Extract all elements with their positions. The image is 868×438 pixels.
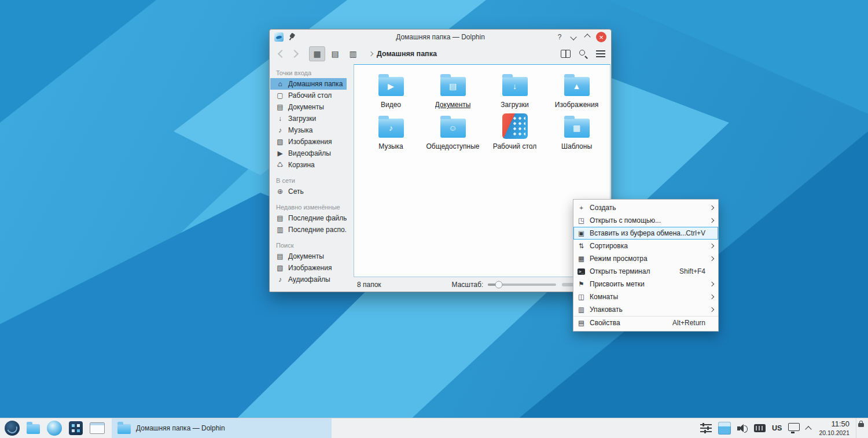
- sidebar-item-videos[interactable]: ▶Видеофайлы: [270, 148, 347, 159]
- folder-images[interactable]: ▲Изображения: [546, 71, 608, 109]
- folder-label: Музыка: [378, 142, 403, 150]
- sidebar-item-images[interactable]: ▧Изображения: [270, 136, 347, 148]
- video-folder-icon: ▶: [378, 71, 404, 98]
- images-emblem-icon: ▲: [564, 77, 590, 96]
- taskbar-task-dolphin[interactable]: Домашняя папка — Dolphin: [112, 418, 332, 438]
- volume-icon[interactable]: [737, 424, 748, 433]
- folder-documents[interactable]: ▤Документы: [422, 71, 484, 109]
- sidebar-item-home[interactable]: ⌂Домашняя папка: [270, 78, 347, 90]
- folder-music[interactable]: ♪Музыка: [360, 112, 422, 150]
- documents-icon: ▤: [276, 103, 284, 111]
- app-launcher-icon[interactable]: [5, 421, 20, 436]
- updates-icon[interactable]: [718, 422, 731, 435]
- documents-folder-icon: ▤: [440, 71, 466, 98]
- file-manager-icon[interactable]: [27, 424, 40, 434]
- back-button[interactable]: [275, 47, 288, 61]
- view-mode-icon: ▦: [577, 255, 586, 263]
- compact-view-button[interactable]: ▤: [327, 46, 343, 61]
- menu-item-view-mode[interactable]: ▦Режим просмотра: [573, 252, 718, 265]
- folder-icon: ↓: [502, 77, 528, 96]
- breadcrumb[interactable]: Домашняя папка: [369, 50, 437, 58]
- audio-mixer-icon[interactable]: [700, 422, 712, 435]
- sidebar-item-desktop[interactable]: ▢Рабочий стол: [270, 90, 347, 101]
- maximize-button[interactable]: [582, 32, 593, 42]
- menu-item-terminal[interactable]: >_Открыть терминалShift+F4: [573, 265, 718, 278]
- menu-item-label: Упаковать: [590, 306, 707, 314]
- sidebar-item-downloads[interactable]: ↓Загрузки: [270, 113, 347, 124]
- speaker-wave: [744, 425, 748, 433]
- templates-folder-icon: ▦: [564, 112, 590, 140]
- statusbar: 8 папок Масштаб: своб: [354, 278, 610, 291]
- details-view-button[interactable]: ▥: [345, 46, 361, 61]
- sidebar-item-search-documents[interactable]: ▤Документы: [270, 251, 347, 262]
- pin-icon[interactable]: [286, 32, 297, 43]
- app-grid-icon[interactable]: [69, 421, 83, 435]
- sidebar-item-recent-files[interactable]: ▤Последние файлы: [270, 212, 347, 224]
- zoom-slider-handle[interactable]: [495, 281, 503, 288]
- menu-item-activities[interactable]: ◫Комнаты: [573, 290, 718, 303]
- sidebar-item-label: Загрузки: [288, 115, 316, 123]
- sidebar-item-recent-locations[interactable]: ▥Последние распо...: [270, 224, 347, 235]
- sidebar-item-music[interactable]: ♪Музыка: [270, 124, 347, 136]
- folder-downloads[interactable]: ↓Загрузки: [484, 71, 546, 109]
- icons-view-button[interactable]: ▦: [309, 46, 325, 61]
- display-icon[interactable]: [788, 423, 800, 431]
- sidebar-item-trash[interactable]: ♺Корзина: [270, 159, 347, 171]
- breadcrumb-label[interactable]: Домашняя папка: [377, 50, 437, 58]
- browser-globe-icon[interactable]: [47, 421, 62, 436]
- view-mode-group: ▦ ▤ ▥: [309, 46, 361, 61]
- clock[interactable]: 11:50 20.10.2021: [819, 419, 849, 436]
- menu-item-paste[interactable]: ▣Вставить из буфера обмена...Ctrl+V: [573, 227, 718, 240]
- sidebar-section-title: В сети: [270, 175, 347, 186]
- sidebar-item-search-audio[interactable]: ♪Аудиофайлы: [270, 274, 347, 285]
- folder-public[interactable]: ☺Общедоступные: [422, 112, 484, 150]
- show-desktop-button[interactable]: [856, 418, 866, 438]
- folder-icon: ▶: [378, 77, 404, 96]
- sidebar-item-documents[interactable]: ▤Документы: [270, 101, 347, 113]
- menu-item-create[interactable]: +Создать: [573, 201, 718, 214]
- sidebar-item-label: Видеофайлы: [288, 149, 331, 157]
- sidebar-section: В сети⊕Сеть: [270, 175, 347, 197]
- home-icon: ⌂: [276, 80, 284, 88]
- minimize-button[interactable]: [568, 32, 579, 42]
- zoom-slider[interactable]: [488, 284, 556, 286]
- menu-item-tags[interactable]: ⚑Присвоить метки: [573, 278, 718, 290]
- videos-icon: ▶: [276, 149, 284, 157]
- desktop-icon: ▢: [276, 91, 284, 100]
- menu-item-properties[interactable]: ▤СвойстваAlt+Return: [573, 316, 718, 329]
- sidebar-item-search-images[interactable]: ▧Изображения: [270, 262, 347, 274]
- tray-expand-icon[interactable]: [806, 426, 812, 432]
- folder-templates[interactable]: ▦Шаблоны: [546, 112, 608, 150]
- folder-view[interactable]: ▶Видео▤Документы↓Загрузки▲Изображения♪Му…: [354, 64, 610, 277]
- titlebar[interactable]: Домашняя папка — Dolphin ? ×: [270, 30, 611, 45]
- search-icon[interactable]: [579, 49, 588, 58]
- folder-video[interactable]: ▶Видео: [360, 71, 422, 109]
- help-button[interactable]: ?: [554, 32, 565, 42]
- sidebar-section-title: Поиск: [270, 240, 347, 251]
- dolphin-window[interactable]: Домашняя папка — Dolphin ? × ▦ ▤ ▥ Домаш…: [269, 29, 612, 292]
- submenu-indicator: [707, 282, 715, 286]
- close-button[interactable]: ×: [596, 32, 606, 42]
- menu-item-compress[interactable]: ▥Упаковать: [573, 303, 718, 316]
- keyboard-icon[interactable]: [754, 424, 766, 432]
- submenu-indicator: [707, 219, 715, 222]
- menu-item-sort[interactable]: ⇅Сортировка: [573, 240, 718, 252]
- folder-label: Документы: [435, 101, 471, 109]
- sidebar-item-network[interactable]: ⊕Сеть: [270, 186, 347, 197]
- chevron-right-icon: [709, 244, 714, 248]
- folder-label: Шаблоны: [561, 142, 592, 150]
- sidebar-section: Недавно изменённые▤Последние файлы▥После…: [270, 202, 347, 235]
- hamburger-menu-icon[interactable]: [596, 53, 605, 54]
- sidebar-section: Точки входа⌂Домашняя папка▢Рабочий стол▤…: [270, 68, 347, 171]
- folder-label: Общедоступные: [426, 142, 479, 150]
- window-app-icon[interactable]: [90, 422, 105, 434]
- folder-desktop[interactable]: Рабочий стол: [484, 112, 546, 150]
- sidebar-item-label: Музыка: [288, 126, 312, 134]
- keyboard-layout[interactable]: US: [772, 424, 782, 432]
- forward-button[interactable]: [288, 47, 301, 61]
- documents-emblem-icon: ▤: [440, 77, 466, 96]
- chevron-right-icon: [290, 50, 299, 58]
- menu-item-open-with[interactable]: ◳Открыть с помощью...: [573, 214, 718, 227]
- sidebar-item-label: Корзина: [288, 161, 315, 169]
- split-view-icon[interactable]: [561, 50, 571, 58]
